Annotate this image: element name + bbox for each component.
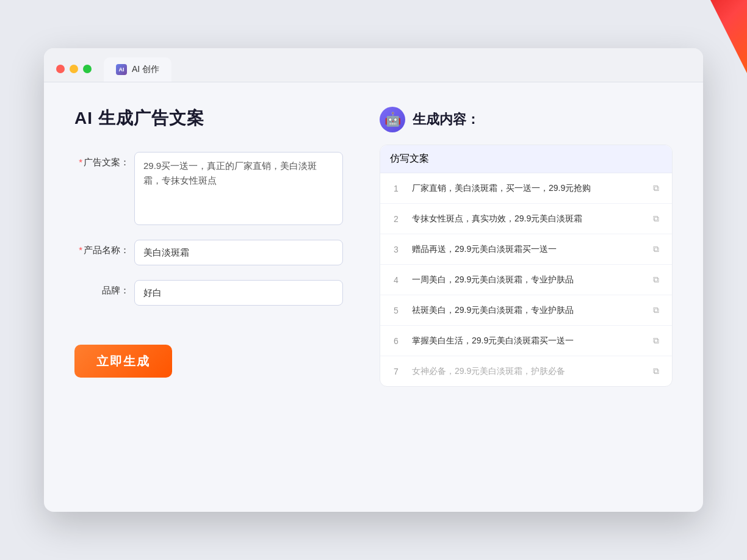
- minimize-button[interactable]: [70, 65, 78, 73]
- table-row: 3赠品再送，29.9元美白淡斑霜买一送一⧉: [380, 234, 672, 265]
- table-row: 5祛斑美白，29.9元美白淡斑霜，专业护肤品⧉: [380, 295, 672, 326]
- left-panel: AI 生成广告文案 *广告文案： *产品名称： 品牌： 立: [74, 107, 343, 487]
- required-star-1: *: [79, 157, 82, 167]
- ai-tab-label: AI 创作: [132, 64, 159, 75]
- row-text: 一周美白，29.9元美白淡斑霜，专业护肤品: [412, 273, 640, 286]
- copy-icon[interactable]: ⧉: [650, 243, 662, 256]
- right-panel: 生成内容： 仿写文案 1厂家直销，美白淡斑霜，买一送一，29.9元抢购⧉2专抹女…: [380, 107, 673, 487]
- title-bar: AI AI 创作: [44, 48, 703, 82]
- ad-copy-label: *广告文案：: [74, 152, 129, 168]
- copy-icon[interactable]: ⧉: [650, 365, 662, 378]
- page-title: AI 生成广告文案: [74, 107, 343, 130]
- close-button[interactable]: [56, 65, 65, 73]
- copy-icon[interactable]: ⧉: [650, 304, 662, 317]
- product-name-input[interactable]: [134, 240, 343, 265]
- brand-input[interactable]: [134, 280, 343, 306]
- row-text: 女神必备，29.9元美白淡斑霜，护肤必备: [412, 365, 640, 378]
- ad-copy-group: *广告文案：: [74, 152, 343, 225]
- result-title: 生成内容：: [413, 110, 480, 129]
- table-header: 仿写文案: [390, 153, 429, 165]
- required-star-2: *: [79, 245, 82, 255]
- maximize-button[interactable]: [83, 65, 92, 73]
- ad-copy-textarea[interactable]: [134, 152, 343, 225]
- row-number: 2: [390, 214, 402, 224]
- copy-icon[interactable]: ⧉: [650, 335, 662, 347]
- product-name-label: *产品名称：: [74, 240, 129, 256]
- table-row: 2专抹女性斑点，真实功效，29.9元美白淡斑霜⧉: [380, 204, 672, 234]
- table-row: 4一周美白，29.9元美白淡斑霜，专业护肤品⧉: [380, 265, 672, 295]
- row-text: 厂家直销，美白淡斑霜，买一送一，29.9元抢购: [412, 182, 640, 195]
- traffic-lights: [56, 65, 92, 82]
- table-row: 1厂家直销，美白淡斑霜，买一送一，29.9元抢购⧉: [380, 173, 672, 204]
- generate-button[interactable]: 立即生成: [74, 345, 172, 378]
- row-text: 专抹女性斑点，真实功效，29.9元美白淡斑霜: [412, 212, 640, 225]
- row-number: 4: [390, 275, 402, 285]
- table-row: 6掌握美白生活，29.9元美白淡斑霜买一送一⧉: [380, 326, 672, 356]
- copy-icon[interactable]: ⧉: [650, 274, 662, 286]
- product-name-group: *产品名称：: [74, 240, 343, 265]
- brand-label: 品牌：: [74, 280, 129, 296]
- results-list: 1厂家直销，美白淡斑霜，买一送一，29.9元抢购⧉2专抹女性斑点，真实功效，29…: [380, 173, 672, 386]
- row-text: 赠品再送，29.9元美白淡斑霜买一送一: [412, 243, 640, 256]
- results-container: 仿写文案 1厂家直销，美白淡斑霜，买一送一，29.9元抢购⧉2专抹女性斑点，真实…: [380, 145, 673, 387]
- table-header-row: 仿写文案: [380, 145, 672, 173]
- browser-window: AI AI 创作 AI 生成广告文案 *广告文案： *产品名称：: [44, 48, 703, 512]
- main-content: AI 生成广告文案 *广告文案： *产品名称： 品牌： 立: [44, 82, 703, 512]
- ai-tab[interactable]: AI AI 创作: [104, 57, 171, 82]
- row-number: 1: [390, 184, 402, 193]
- row-number: 7: [390, 367, 402, 376]
- copy-icon[interactable]: ⧉: [650, 213, 662, 225]
- row-text: 掌握美白生活，29.9元美白淡斑霜买一送一: [412, 334, 640, 347]
- brand-group: 品牌：: [74, 280, 343, 306]
- ai-tab-icon: AI: [116, 64, 127, 75]
- copy-icon[interactable]: ⧉: [650, 182, 662, 195]
- row-number: 6: [390, 336, 402, 346]
- row-text: 祛斑美白，29.9元美白淡斑霜，专业护肤品: [412, 304, 640, 317]
- result-header: 生成内容：: [380, 107, 673, 132]
- table-row: 7女神必备，29.9元美白淡斑霜，护肤必备⧉: [380, 356, 672, 386]
- robot-icon: [380, 107, 405, 132]
- row-number: 5: [390, 306, 402, 315]
- row-number: 3: [390, 245, 402, 254]
